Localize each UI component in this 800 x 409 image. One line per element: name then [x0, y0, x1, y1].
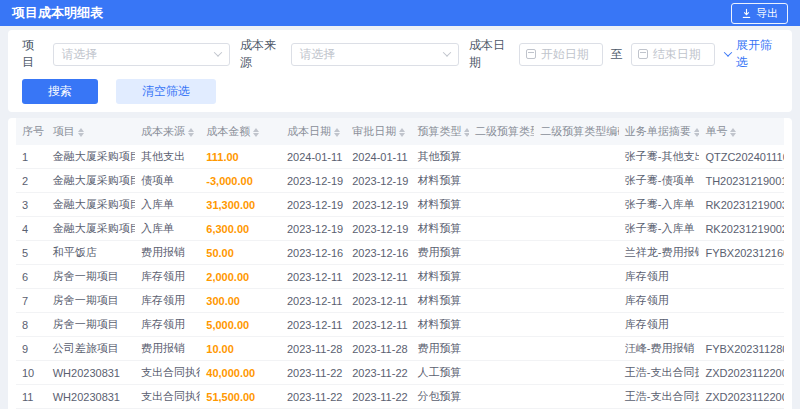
table-cell: 11: [16, 385, 47, 409]
table-row: 1金融大厦采购项目其他支出111.002024-01-112024-01-11其…: [16, 145, 784, 169]
table-row: 2金融大厦采购项目债项单-3,000.002023-12-192023-12-1…: [16, 169, 784, 193]
table-cell: 300.00: [200, 289, 281, 313]
cost-source-select-placeholder: 请选择: [300, 46, 336, 63]
start-date-input[interactable]: 开始日期: [519, 43, 603, 66]
export-button[interactable]: 导出: [731, 3, 788, 24]
table-cell: 40,000.00: [200, 361, 281, 385]
calendar-icon: [526, 49, 536, 59]
table-cell: WH20230831: [47, 385, 135, 409]
column-header[interactable]: 单号: [699, 118, 784, 145]
column-header[interactable]: 业务单据摘要: [619, 118, 700, 145]
column-header[interactable]: 成本日期: [281, 118, 346, 145]
table-cell: [534, 385, 618, 409]
table-cell: 金融大厦采购项目: [47, 169, 135, 193]
table-cell: 5: [16, 241, 47, 265]
sort-icon[interactable]: [334, 128, 340, 137]
table-cell: 费用预算: [411, 241, 469, 265]
chevron-down-icon: [724, 48, 732, 56]
table-cell: 2023-12-19: [346, 169, 411, 193]
column-header[interactable]: 二级预算类型编码: [534, 118, 618, 145]
table-cell: 2023-12-16: [281, 241, 346, 265]
sort-icon[interactable]: [253, 128, 259, 137]
start-date-placeholder: 开始日期: [541, 46, 589, 63]
table-cell: [699, 289, 784, 313]
table-cell: 材料预算: [411, 289, 469, 313]
table-cell: 汪峰-费用报销: [619, 337, 700, 361]
clear-filter-button[interactable]: 清空筛选: [116, 79, 216, 104]
table-cell: 金融大厦采购项目: [47, 217, 135, 241]
table-cell: 2,000.00: [200, 265, 281, 289]
table-cell: 2024-01-11: [281, 145, 346, 169]
table-cell: 2023-11-28: [346, 337, 411, 361]
table-cell: 和平饭店: [47, 241, 135, 265]
table-cell: [469, 265, 534, 289]
table-cell: 2024-01-11: [346, 145, 411, 169]
table-cell: [469, 169, 534, 193]
project-select-placeholder: 请选择: [62, 46, 98, 63]
table-cell: 库存领用: [135, 265, 200, 289]
table-cell: 51,500.00: [200, 385, 281, 409]
table-cell: [534, 289, 618, 313]
sort-icon[interactable]: [188, 128, 194, 137]
table-cell: 库存领用: [135, 313, 200, 337]
table-cell: 材料预算: [411, 265, 469, 289]
sort-icon[interactable]: [399, 128, 405, 137]
table-cell: 分包预算: [411, 385, 469, 409]
table-cell: ZXD20231122002: [699, 361, 784, 385]
table-cell: 王浩-支出合同执行: [619, 385, 700, 409]
expand-filter-toggle[interactable]: 展开筛选: [725, 37, 778, 71]
column-header[interactable]: 二级预算类型: [469, 118, 534, 145]
table-cell: 张子骞-其他支出: [619, 145, 700, 169]
table-cell: 2023-12-11: [281, 313, 346, 337]
sort-icon[interactable]: [464, 128, 469, 137]
table-cell: 金融大厦采购项目: [47, 145, 135, 169]
download-icon: [741, 8, 752, 19]
column-header[interactable]: 预算类型: [411, 118, 469, 145]
cost-source-select[interactable]: 请选择: [291, 43, 460, 66]
table-cell: 费用预算: [411, 337, 469, 361]
table-row: 4金融大厦采购项目入库单6,300.002023-12-192023-12-19…: [16, 217, 784, 241]
sort-icon[interactable]: [78, 128, 84, 137]
column-header[interactable]: 项目: [47, 118, 135, 145]
table-cell: 4: [16, 217, 47, 241]
sort-icon[interactable]: [730, 128, 736, 137]
table-cell: 费用报销: [135, 241, 200, 265]
table-cell: 31,300.00: [200, 193, 281, 217]
table-cell: 111.00: [200, 145, 281, 169]
table-cell: 库存领用: [135, 289, 200, 313]
table-cell: [534, 337, 618, 361]
table-cell: 2023-11-22: [281, 385, 346, 409]
column-header[interactable]: 审批日期: [346, 118, 411, 145]
table-cell: 2023-12-11: [346, 265, 411, 289]
table-row: 6房舍一期项目库存领用2,000.002023-12-112023-12-11材…: [16, 265, 784, 289]
column-header[interactable]: 成本金额: [200, 118, 281, 145]
table-cell: [469, 313, 534, 337]
table-cell: [534, 169, 618, 193]
table-cell: 人工预算: [411, 361, 469, 385]
table-cell: 王浩-支出合同执行: [619, 361, 700, 385]
table-cell: [534, 193, 618, 217]
project-select[interactable]: 请选择: [53, 43, 230, 66]
column-header[interactable]: 成本来源: [135, 118, 200, 145]
chevron-down-icon: [443, 48, 451, 56]
expand-filter-label: 展开筛选: [736, 37, 778, 71]
table-cell: 张子骞-入库单: [619, 217, 700, 241]
cost-date-filter-label: 成本日期: [469, 37, 511, 71]
sort-icon[interactable]: [694, 128, 700, 137]
search-button[interactable]: 搜索: [22, 79, 98, 104]
table-cell: QTZC20240111001: [699, 145, 784, 169]
table-cell: [469, 289, 534, 313]
table-cell: [534, 361, 618, 385]
end-date-input[interactable]: 结束日期: [631, 43, 715, 66]
table-cell: 2023-12-16: [346, 241, 411, 265]
table-cell: TH20231219001: [699, 169, 784, 193]
table-cell: 费用报销: [135, 337, 200, 361]
table-cell: 2023-11-22: [281, 361, 346, 385]
table-cell: 2023-11-22: [346, 361, 411, 385]
end-date-placeholder: 结束日期: [653, 46, 701, 63]
table-cell: [534, 217, 618, 241]
table-cell: 8: [16, 313, 47, 337]
table-cell: 9: [16, 337, 47, 361]
table-cell: 6,300.00: [200, 217, 281, 241]
table-cell: RK20231219002: [699, 217, 784, 241]
